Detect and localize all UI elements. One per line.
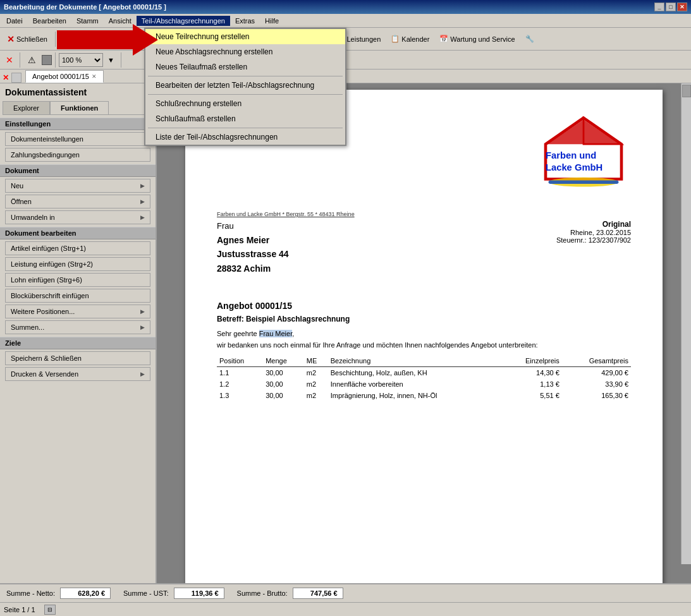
row3-einzelpreis: 5,51 € [501,390,562,401]
toolbar-sep-1 [55,32,56,47]
menu-stamm[interactable]: Stamm [71,16,104,26]
row3-menge: 30,00 [263,390,304,401]
close-window-button[interactable]: ✕ [677,3,687,11]
section-dokument: Dokument [0,164,156,177]
tab-close-all-button[interactable]: ✕ [3,73,9,82]
col-bezeichnung: Bezeichnung [328,355,501,367]
col-gesamtpreis: Gesamtpreis [562,355,631,367]
minimize-button[interactable]: _ [654,3,664,11]
btn-oeffnen-arrow: ▶ [140,198,145,205]
btn-drucken-versenden[interactable]: Drucken & Versenden ▶ [5,367,150,381]
close-doc-button[interactable]: ✕ [3,51,16,69]
leistungen-button[interactable]: 📋 Kalender [386,30,434,48]
doc-title: Angebot 00001/15 [217,301,631,311]
row2-einzelpreis: 1,13 € [501,378,562,390]
menu-hilfe[interactable]: Hilfe [260,16,284,26]
btn-umwandeln[interactable]: Umwandeln in ▶ [5,210,150,224]
wartung-button[interactable]: 🔧 [521,30,541,48]
table-row: 1.3 30,00 m2 Imprägnierung, Holz, innen,… [217,390,631,401]
zoom-select[interactable]: 100 % 75 % 125 % 150 % [59,53,103,67]
row2-me: m2 [304,378,328,390]
netto-label: Summe - Netto: [6,589,55,597]
btn-speichern-schliessen[interactable]: Speichern & Schließen [5,351,150,365]
dropdown-item-neues-teilaufmass[interactable]: Neues Teilaufmaß erstellen [145,59,345,75]
intro-text: wir bedanken uns noch einmal für Ihre An… [217,341,631,349]
col-me: ME [304,355,328,367]
btn-weitere-positionen[interactable]: Weitere Positionen... ▶ [5,305,150,318]
wartung-icon: 🔧 [525,35,534,43]
recipient-block: Frau Agnes Meier Justusstrasse 44 28832 … [217,220,289,275]
title-bar: Bearbeitung der Dokumente [ Angebot 0000… [0,0,691,14]
dropdown-sep-3 [148,128,343,128]
ust-label: Summe - UST: [123,589,169,597]
alert2-button[interactable]: ⚠ [23,51,40,69]
btn-neu-arrow: ▶ [140,183,145,189]
dropdown-item-neue-abschlagsrechnung[interactable]: Neue Abschlagsrechnung erstellen [145,44,345,59]
scrollbar-track[interactable] [681,83,691,564]
main-layout: Dokumentassistent Explorer Funktionen Ei… [0,83,691,583]
row3-me: m2 [304,390,328,401]
doc-type: Original [556,220,631,229]
tab-label: Angebot 00001/15 [32,73,89,80]
menu-teil[interactable]: Teil-/Abschlagsrechnungen [137,16,230,26]
row1-pos: 1.1 [217,366,263,378]
ust-value: 119,36 € [174,588,224,599]
brutto-label: Summe - Brutto: [237,589,288,597]
btn-oeffnen[interactable]: Öffnen ▶ [5,195,150,208]
menu-bearbeiten[interactable]: Bearbeiten [28,16,71,26]
company-logo: Farben und Lacke GmbH [536,115,631,191]
maximize-button[interactable]: □ [666,3,676,11]
btn-leistung-einfuegen[interactable]: Leistung einfügen (Strg+2) [5,257,150,271]
sender-line: Farben und Lacke GmbH * Bergstr. 55 * 48… [217,211,631,217]
btn-blockueberschrift[interactable]: Blocküberschrift einfügen [5,289,150,303]
btn-summen[interactable]: Summen... ▶ [5,320,150,334]
dropdown-item-schlussaufmass[interactable]: Schlußaufmaß erstellen [145,111,345,126]
recipient-line1: Frau [217,220,289,233]
btn-umwandeln-arrow: ▶ [140,214,145,220]
netto-value: 628,20 € [60,588,111,599]
section-ziele: Ziele [0,337,156,349]
doc-steuer: Steuernr.: 123/2307/902 [556,236,631,244]
salutation: Sehr geehrte Frau Meier, [217,330,631,337]
page-icon-button[interactable]: ⊟ [44,605,56,615]
btn-lohn-einfuegen[interactable]: Lohn einfügen (Strg+6) [5,273,150,287]
menu-ansicht[interactable]: Ansicht [104,16,137,26]
doc-table: Position Menge ME Bezeichnung Einzelprei… [217,355,631,401]
dropdown-item-neue-teilrechnung[interactable]: Neue Teilrechnung erstellen [145,29,345,44]
svg-text:Farben und: Farben und [546,150,596,160]
doc-area[interactable]: Farben und Lacke GmbH Farben und Lacke G… [157,83,691,583]
row1-menge: 30,00 [263,366,304,378]
section-einstellungen: Einstellungen [0,118,156,130]
indicator-box [42,55,52,65]
row1-einzelpreis: 14,30 € [501,366,562,378]
tab-angebot[interactable]: Angebot 00001/15 ✕ [25,70,104,83]
col-einzelpreis: Einzelpreis [501,355,562,367]
kalender-button[interactable]: 📅 Wartung und Service [435,30,519,48]
alert2-icon: ⚠ [28,55,36,65]
menu-datei[interactable]: Datei [1,16,28,26]
btn-artikel-einfuegen[interactable]: Artikel einfügen (Strg+1) [5,241,150,255]
zoom-dropdown-btn[interactable]: ▼ [104,51,118,69]
section-dokument-bearbeiten: Dokument bearbeiten [0,227,156,239]
scrollbar-thumb[interactable] [682,85,691,97]
kalender-icon: 📅 [439,35,448,43]
btn-zahlungsbedingungen[interactable]: Zahlungsbedingungen [5,148,150,162]
schliessen-icon: ✕ [7,34,15,44]
table-row: 1.2 30,00 m2 Innenfläche vorbereiten 1,1… [217,378,631,390]
tab-close-icon[interactable]: ✕ [92,73,97,80]
dropdown-item-schlussrechnung[interactable]: Schlußrechnung erstellen [145,96,345,111]
dropdown-item-bearbeiten-letzten[interactable]: Bearbeiten der letzten Teil-/Abschlagsre… [145,78,345,93]
svg-marker-3 [547,119,620,144]
btn-dokumenteinstellungen[interactable]: Dokumenteinstellungen [5,132,150,146]
schliessen-button[interactable]: ✕ Schließen [3,30,52,48]
salutation-highlight: Frau Meier [259,330,293,337]
dropdown-item-liste[interactable]: Liste der Teil-/Abschlagsrechnungen [145,130,345,145]
panel-title: Dokumentassistent [0,83,156,101]
panel-tab-funktionen[interactable]: Funktionen [50,101,109,114]
table-row: 1.1 30,00 m2 Beschichtung, Holz, außen, … [217,366,631,378]
menu-extras[interactable]: Extras [230,16,260,26]
panel-tab-explorer[interactable]: Explorer [3,101,50,114]
netto-group: Summe - Netto: 628,20 € [6,588,111,599]
btn-neu[interactable]: Neu ▶ [5,179,150,193]
row2-gesamtpreis: 33,90 € [562,378,631,390]
